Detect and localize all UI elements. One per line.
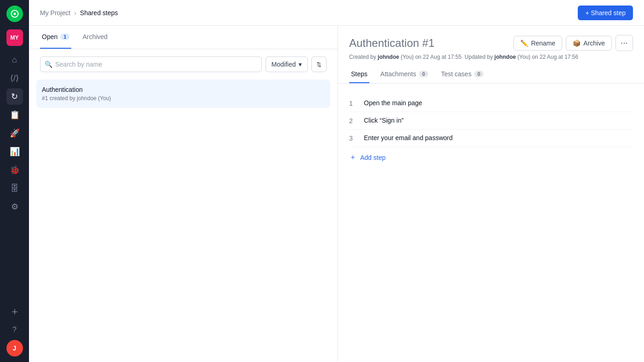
rename-button[interactable]: ✏️ Rename	[513, 36, 562, 51]
search-filter-bar: 🔍 Modified ▾ ⇅	[29, 49, 338, 79]
detail-tab-test-cases-label: Test cases	[441, 70, 472, 78]
workspace-avatar[interactable]: MY	[6, 29, 23, 46]
archive-label: Archive	[583, 40, 605, 47]
breadcrumb: My Project › Shared steps	[40, 9, 574, 17]
clipboard-icon[interactable]: 📋	[6, 107, 23, 123]
breadcrumb-current: Shared steps	[80, 9, 118, 17]
step-row: 2 Click “Sign in”	[349, 112, 633, 130]
header-actions: + Shared step	[578, 6, 633, 20]
detail-tab-attachments[interactable]: Attachments 0	[379, 66, 430, 83]
sort-button[interactable]: ⇅	[311, 57, 327, 72]
updated-by-paren: (You)	[518, 54, 530, 60]
search-icon: 🔍	[45, 61, 52, 68]
app-logo[interactable]	[6, 6, 23, 22]
updated-by: johndoe	[494, 54, 516, 60]
list-item-subtitle: #1 created by johndoe (You)	[42, 95, 325, 102]
detail-tab-attachments-badge: 0	[419, 71, 428, 77]
add-step-button[interactable]: ＋ Add step	[349, 147, 633, 168]
created-by-paren: (You)	[401, 54, 414, 60]
list-area: Authentication #1 created by johndoe (Yo…	[29, 79, 338, 362]
step-number: 3	[349, 134, 356, 142]
rocket-icon[interactable]: 🚀	[6, 125, 23, 141]
step-text: Open the main page	[364, 99, 422, 107]
archive-icon: 📦	[573, 40, 581, 47]
chart-icon[interactable]: 📊	[6, 143, 23, 160]
user-avatar[interactable]: J	[6, 340, 23, 356]
detail-header: Authentication #1 ✏️ Rename 📦 Archive	[338, 26, 644, 84]
add-project-icon[interactable]: ＋	[6, 303, 23, 320]
step-text: Click “Sign in”	[364, 117, 403, 124]
detail-title: Authentication #1	[349, 37, 434, 50]
updated-on: 22 Aug at 17:56	[540, 54, 578, 60]
created-on: 22 Aug at 17:55	[423, 54, 461, 60]
filter-label: Modified	[271, 61, 296, 68]
more-button[interactable]: ⋯	[615, 35, 633, 51]
detail-title-id: #1	[422, 37, 435, 49]
bug-icon[interactable]: 🐞	[6, 162, 23, 178]
help-icon[interactable]: ?	[6, 322, 23, 338]
search-wrapper: 🔍	[40, 57, 262, 72]
main-content: My Project › Shared steps + Shared step …	[29, 0, 644, 362]
header: My Project › Shared steps + Shared step	[29, 0, 644, 26]
list-item-title: Authentication	[42, 86, 325, 93]
code-icon[interactable]: ⟨/⟩	[6, 70, 23, 86]
steps-area: 1 Open the main page 2 Click “Sign in” 3…	[338, 84, 644, 362]
step-row: 3 Enter your email and password	[349, 130, 633, 147]
detail-meta: Created by johndoe (You) on 22 Aug at 17…	[349, 54, 633, 60]
rename-label: Rename	[531, 40, 555, 47]
tab-open-label: Open	[42, 33, 58, 40]
chevron-down-icon: ▾	[299, 61, 302, 68]
breadcrumb-project[interactable]: My Project	[40, 9, 70, 17]
detail-tab-steps[interactable]: Steps	[349, 66, 369, 83]
detail-title-name: Authentication	[349, 37, 419, 49]
breadcrumb-separator: ›	[74, 9, 76, 17]
left-tabs-bar: Open 1 Archived	[29, 26, 338, 49]
add-step-label: Add step	[360, 154, 385, 161]
add-shared-step-button[interactable]: + Shared step	[578, 6, 633, 20]
step-text: Enter your email and password	[364, 134, 453, 141]
right-panel: Authentication #1 ✏️ Rename 📦 Archive	[338, 26, 644, 362]
svg-point-1	[13, 13, 16, 15]
detail-tabs-bar: Steps Attachments 0 Test cases 0	[349, 66, 633, 83]
sidebar: MY ⌂ ⟨/⟩ ↻ 📋 🚀 📊 🐞 🗄 ⚙ ＋ ? J	[0, 0, 29, 362]
tab-open-badge: 1	[60, 34, 69, 40]
search-input[interactable]	[40, 57, 262, 72]
home-icon[interactable]: ⌂	[6, 51, 23, 68]
step-number: 2	[349, 117, 356, 124]
tab-archived-label: Archived	[82, 33, 107, 40]
tab-open[interactable]: Open 1	[40, 26, 71, 49]
modified-filter-button[interactable]: Modified ▾	[265, 57, 308, 72]
sort-icon: ⇅	[316, 61, 322, 68]
detail-tab-test-cases-badge: 0	[474, 71, 483, 77]
detail-tab-steps-label: Steps	[351, 70, 368, 78]
step-number: 1	[349, 99, 356, 107]
detail-title-row: Authentication #1 ✏️ Rename 📦 Archive	[349, 35, 633, 51]
detail-tab-attachments-label: Attachments	[380, 70, 416, 78]
step-row: 1 Open the main page	[349, 95, 633, 112]
created-by: johndoe	[378, 54, 399, 60]
list-item[interactable]: Authentication #1 created by johndoe (Yo…	[36, 79, 330, 108]
refresh-icon[interactable]: ↻	[6, 88, 23, 105]
tab-archived[interactable]: Archived	[80, 26, 109, 49]
storage-icon[interactable]: 🗄	[6, 180, 23, 197]
detail-tab-test-cases[interactable]: Test cases 0	[439, 66, 485, 83]
archive-button[interactable]: 📦 Archive	[566, 36, 612, 51]
detail-actions: ✏️ Rename 📦 Archive ⋯	[513, 35, 633, 51]
split-view: Open 1 Archived 🔍 Modified ▾ ⇅	[29, 26, 644, 362]
left-panel: Open 1 Archived 🔍 Modified ▾ ⇅	[29, 26, 338, 362]
add-step-icon: ＋	[349, 153, 356, 162]
settings-icon[interactable]: ⚙	[6, 198, 23, 215]
rename-icon: ✏️	[520, 40, 528, 47]
